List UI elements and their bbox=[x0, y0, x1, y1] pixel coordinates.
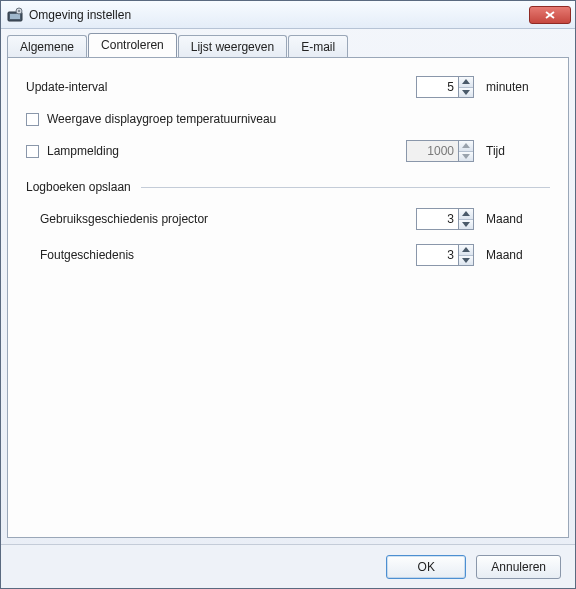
settings-icon bbox=[7, 7, 23, 23]
close-icon bbox=[545, 11, 555, 19]
svg-marker-9 bbox=[462, 143, 470, 148]
titlebar: Omgeving instellen bbox=[1, 1, 575, 29]
update-interval-input[interactable] bbox=[416, 76, 458, 98]
spin-up-icon bbox=[459, 141, 473, 152]
lamp-notice-spinner bbox=[406, 140, 474, 162]
cancel-button[interactable]: Annuleren bbox=[476, 555, 561, 579]
error-history-input[interactable] bbox=[416, 244, 458, 266]
tab-email[interactable]: E-mail bbox=[288, 35, 348, 58]
spin-down-icon[interactable] bbox=[459, 220, 473, 230]
spin-down-icon[interactable] bbox=[459, 88, 473, 98]
update-interval-row: Update-interval minuten bbox=[26, 76, 550, 98]
ok-button[interactable]: OK bbox=[386, 555, 466, 579]
spin-down-icon bbox=[459, 152, 473, 162]
logs-group-title: Logboeken opslaan bbox=[26, 180, 131, 194]
window-title: Omgeving instellen bbox=[29, 8, 529, 22]
usage-history-spinner[interactable] bbox=[416, 208, 474, 230]
usage-history-input[interactable] bbox=[416, 208, 458, 230]
button-bar: OK Annuleren bbox=[1, 544, 575, 588]
error-history-spinner[interactable] bbox=[416, 244, 474, 266]
close-button[interactable] bbox=[529, 6, 571, 24]
error-history-label: Foutgeschiedenis bbox=[40, 248, 416, 262]
usage-history-unit: Maand bbox=[486, 212, 550, 226]
svg-marker-14 bbox=[462, 258, 470, 263]
spin-up-icon[interactable] bbox=[459, 77, 473, 88]
display-group-label[interactable]: Weergave displaygroep temperatuurniveau bbox=[47, 112, 550, 126]
svg-marker-12 bbox=[462, 222, 470, 227]
display-group-checkbox[interactable] bbox=[26, 113, 39, 126]
svg-marker-13 bbox=[462, 247, 470, 252]
lamp-notice-label[interactable]: Lampmelding bbox=[47, 144, 406, 158]
update-interval-unit: minuten bbox=[486, 80, 550, 94]
svg-marker-11 bbox=[462, 211, 470, 216]
svg-rect-4 bbox=[19, 10, 20, 12]
error-history-row: Foutgeschiedenis Maand bbox=[40, 244, 550, 266]
update-interval-label: Update-interval bbox=[26, 80, 416, 94]
error-history-unit: Maand bbox=[486, 248, 550, 262]
svg-marker-7 bbox=[462, 79, 470, 84]
tab-panel-monitor: Update-interval minuten Weergave display… bbox=[7, 57, 569, 538]
tab-strip: Algemene Controleren Lijst weergeven E-m… bbox=[1, 29, 575, 57]
usage-history-spin-buttons bbox=[458, 208, 474, 230]
divider bbox=[141, 187, 550, 188]
svg-marker-8 bbox=[462, 90, 470, 95]
update-interval-spinner[interactable] bbox=[416, 76, 474, 98]
spin-down-icon[interactable] bbox=[459, 256, 473, 266]
error-history-spin-buttons bbox=[458, 244, 474, 266]
display-group-row: Weergave displaygroep temperatuurniveau bbox=[26, 112, 550, 126]
lamp-notice-unit: Tijd bbox=[486, 144, 550, 158]
lamp-notice-input bbox=[406, 140, 458, 162]
lamp-notice-spin-buttons bbox=[458, 140, 474, 162]
dialog-window: Omgeving instellen Algemene Controleren … bbox=[0, 0, 576, 589]
usage-history-row: Gebruiksgeschiedenis projector Maand bbox=[40, 208, 550, 230]
tab-general[interactable]: Algemene bbox=[7, 35, 87, 58]
usage-history-label: Gebruiksgeschiedenis projector bbox=[40, 212, 416, 226]
logs-group-header: Logboeken opslaan bbox=[26, 180, 550, 194]
svg-rect-1 bbox=[10, 14, 20, 19]
update-interval-spin-buttons bbox=[458, 76, 474, 98]
spin-up-icon[interactable] bbox=[459, 209, 473, 220]
lamp-notice-row: Lampmelding Tijd bbox=[26, 140, 550, 162]
tab-monitor[interactable]: Controleren bbox=[88, 33, 177, 57]
tab-list[interactable]: Lijst weergeven bbox=[178, 35, 287, 58]
lamp-notice-checkbox[interactable] bbox=[26, 145, 39, 158]
svg-marker-10 bbox=[462, 154, 470, 159]
spin-up-icon[interactable] bbox=[459, 245, 473, 256]
